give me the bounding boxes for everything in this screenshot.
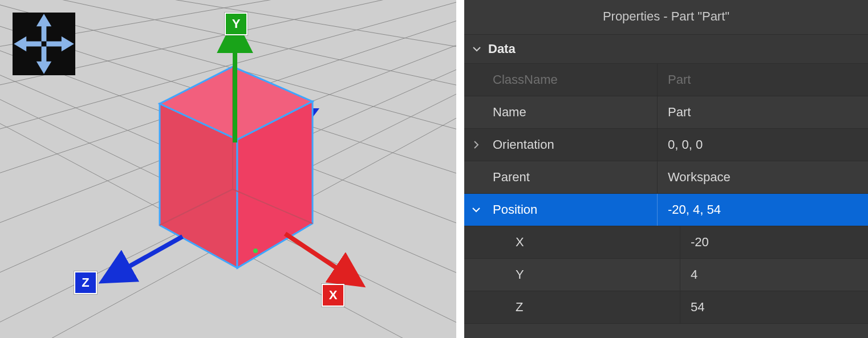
prop-label: Parent (488, 170, 657, 185)
prop-row-position[interactable]: Position -20, 4, 54 (464, 194, 868, 226)
prop-label: X (488, 235, 680, 250)
viewport-3d[interactable]: Y Z X (0, 0, 456, 338)
properties-title: Properties - Part "Part" (464, 0, 868, 35)
prop-row-classname: ClassName Part (464, 64, 868, 96)
prop-row-orientation[interactable]: Orientation 0, 0, 0 (464, 129, 868, 161)
svg-line-26 (285, 234, 354, 279)
prop-value[interactable]: Workspace (657, 161, 868, 193)
section-header-data[interactable]: Data (464, 35, 868, 64)
prop-row-position-z[interactable]: Z 54 (464, 291, 868, 324)
axis-label-z: Z (74, 271, 97, 294)
prop-row-parent[interactable]: Parent Workspace (464, 161, 868, 194)
prop-label: ClassName (488, 72, 657, 87)
prop-value[interactable]: 0, 0, 0 (657, 129, 868, 161)
prop-value[interactable]: 54 (680, 291, 868, 323)
prop-label: Name (488, 105, 657, 120)
move-tool-button[interactable] (13, 13, 75, 75)
prop-value[interactable]: -20, 4, 54 (657, 194, 868, 226)
svg-line-27 (111, 237, 182, 276)
properties-panel: Properties - Part "Part" Data ClassName … (464, 0, 868, 338)
svg-marker-28 (36, 14, 51, 41)
prop-label: Z (488, 300, 680, 315)
prop-label: Y (488, 267, 680, 282)
prop-label: Orientation (488, 137, 657, 152)
chevron-down-icon[interactable] (464, 205, 488, 214)
prop-label: Position (488, 202, 657, 217)
prop-row-position-x[interactable]: X -20 (464, 226, 868, 259)
prop-value[interactable]: Part (657, 96, 868, 128)
prop-value[interactable]: 4 (680, 259, 868, 291)
svg-marker-31 (46, 36, 74, 51)
axis-label-x: X (322, 284, 344, 307)
chevron-down-icon (472, 44, 481, 54)
prop-row-name[interactable]: Name Part (464, 96, 868, 129)
prop-row-position-y[interactable]: Y 4 (464, 259, 868, 291)
svg-marker-29 (36, 46, 51, 74)
prop-value[interactable]: -20 (680, 226, 868, 258)
axis-label-y: Y (225, 13, 248, 35)
svg-marker-30 (14, 36, 41, 51)
prop-value: Part (657, 64, 868, 96)
section-label: Data (488, 42, 516, 56)
move-arrows-icon (13, 13, 75, 75)
svg-point-24 (253, 249, 258, 253)
panel-divider (456, 0, 464, 338)
chevron-right-icon[interactable] (464, 140, 488, 149)
